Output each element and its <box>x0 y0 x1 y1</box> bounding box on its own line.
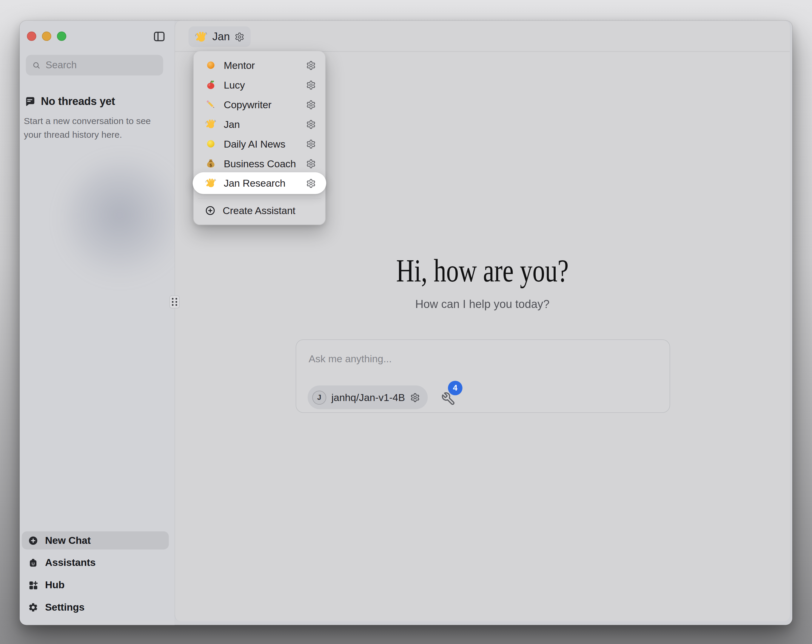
sidebar-item-assistants[interactable]: Assistants <box>22 554 169 572</box>
yellow-circle-icon <box>205 138 216 149</box>
assistant-settings-gear-icon[interactable] <box>306 178 316 188</box>
sidebar-toggle-icon <box>153 30 166 43</box>
model-selector[interactable]: J janhq/Jan-v1-4B <box>308 385 428 410</box>
new-chat-icon <box>28 535 38 546</box>
chat-input[interactable] <box>296 340 670 376</box>
sidebar-item-label: Assistants <box>45 557 96 569</box>
assistant-menu-item-label: Mentor <box>224 59 299 71</box>
assistant-menu-item-label: Daily AI News <box>224 138 299 150</box>
assistant-menu-item[interactable]: $ Business Coach <box>197 154 322 173</box>
assistant-menu-item[interactable]: Copywriter <box>197 95 322 114</box>
sidebar-item-label: New Chat <box>45 534 91 547</box>
sidebar-item-label: Settings <box>45 601 84 613</box>
money-bag-icon: $ <box>205 158 216 169</box>
assistants-icon <box>28 557 38 568</box>
create-assistant-button[interactable]: Create Assistant <box>197 201 322 220</box>
assistant-settings-gear-icon[interactable] <box>306 80 316 90</box>
sidebar: No threads yet Start a new conversation … <box>20 21 175 625</box>
empty-state-title: No threads yet <box>41 95 115 108</box>
sidebar-logo-glow <box>64 159 185 281</box>
empty-state-description: Start a new conversation to see your thr… <box>24 114 160 141</box>
search-bar[interactable] <box>26 55 163 75</box>
assistant-menu-item-label: Copywriter <box>224 99 299 111</box>
model-settings-gear-icon[interactable] <box>410 392 420 402</box>
plus-circle-icon <box>205 206 215 216</box>
assistant-settings-gear-icon[interactable] <box>235 32 244 42</box>
assistant-selector-button[interactable]: Jan <box>189 26 251 47</box>
window-controls <box>27 32 66 41</box>
assistant-menu: Mentor Lucy Copywriter Jan <box>193 51 325 225</box>
sidebar-item-new-chat[interactable]: New Chat <box>22 531 169 550</box>
assistant-settings-gear-icon[interactable] <box>306 158 316 169</box>
orange-circle-icon <box>205 59 216 71</box>
sidebar-item-label: Hub <box>45 579 64 591</box>
sidebar-resize-handle[interactable] <box>169 295 180 308</box>
wave-icon <box>205 177 216 189</box>
assistant-menu-item[interactable]: Mentor <box>197 55 322 75</box>
settings-icon <box>28 602 38 612</box>
minimize-window-button[interactable] <box>42 32 51 41</box>
main-header: Jan <box>175 21 790 52</box>
assistant-menu-item-label: Lucy <box>224 79 299 91</box>
wave-icon <box>205 118 216 130</box>
greeting-title: Hi, how are you? <box>175 253 790 288</box>
sidebar-item-hub[interactable]: Hub <box>22 576 169 594</box>
zoom-window-button[interactable] <box>57 32 66 41</box>
greeting-subtitle: How can I help you today? <box>175 298 790 311</box>
assistant-selector-label: Jan <box>212 30 230 43</box>
sidebar-nav: New Chat Assistants Hub Settings <box>22 531 169 620</box>
menu-divider <box>198 198 321 199</box>
app-window: No threads yet Start a new conversation … <box>20 21 792 625</box>
assistant-menu-item[interactable]: Lucy <box>197 75 322 95</box>
tools-count-badge: 4 <box>448 381 462 395</box>
threads-empty-state: No threads yet Start a new conversation … <box>24 95 160 141</box>
pencil-icon <box>205 99 216 110</box>
hub-icon <box>28 580 38 590</box>
apple-icon <box>205 79 216 91</box>
assistant-settings-gear-icon[interactable] <box>306 60 316 70</box>
assistant-menu-item-label: Jan Research <box>224 177 299 189</box>
search-input[interactable] <box>46 59 157 71</box>
toggle-sidebar-button[interactable] <box>153 30 165 43</box>
create-assistant-label: Create Assistant <box>223 204 316 216</box>
main-content: Jan Mentor Lucy Copywriter <box>175 21 790 621</box>
assistant-menu-item[interactable]: Jan <box>197 114 322 134</box>
assistant-settings-gear-icon[interactable] <box>306 100 316 110</box>
model-name: janhq/Jan-v1-4B <box>331 391 405 403</box>
model-avatar: J <box>312 390 326 404</box>
desktop-background: No threads yet Start a new conversation … <box>0 0 812 644</box>
assistant-menu-item-label: Jan <box>224 118 299 130</box>
svg-text:$: $ <box>209 163 212 167</box>
wave-icon <box>195 30 208 43</box>
chat-bubble-icon <box>24 95 36 107</box>
sidebar-item-settings[interactable]: Settings <box>22 598 169 616</box>
assistant-menu-item[interactable]: Daily AI News <box>197 134 322 154</box>
assistant-settings-gear-icon[interactable] <box>306 119 316 129</box>
chat-composer: J janhq/Jan-v1-4B 4 <box>296 339 670 413</box>
assistant-settings-gear-icon[interactable] <box>306 139 316 149</box>
assistant-menu-item-label: Business Coach <box>224 157 299 169</box>
close-window-button[interactable] <box>27 32 36 41</box>
search-icon <box>32 61 41 70</box>
assistant-menu-item[interactable]: Jan Research <box>193 172 327 194</box>
